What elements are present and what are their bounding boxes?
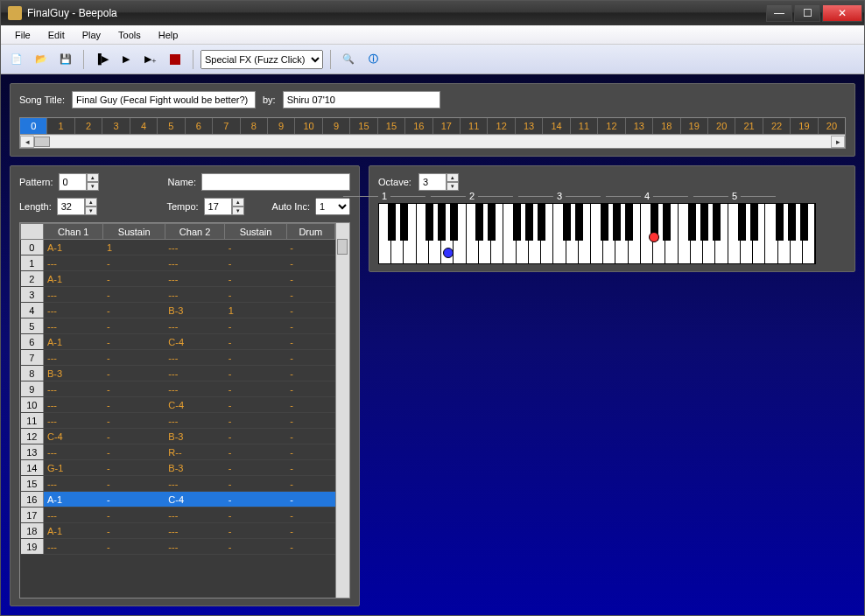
tracker-cell[interactable]: - (225, 492, 286, 508)
tracker-cell[interactable]: - (286, 508, 334, 523)
song-author-input[interactable] (283, 91, 440, 108)
tracker-cell[interactable]: --- (165, 240, 224, 256)
sequence-cell[interactable]: 19 (681, 118, 708, 134)
black-key[interactable] (625, 204, 633, 241)
tracker-cell[interactable]: C-4 (165, 334, 224, 350)
scroll-left-arrow[interactable]: ◂ (20, 136, 34, 148)
tracker-cell[interactable]: --- (165, 350, 224, 366)
black-key[interactable] (713, 204, 721, 241)
tracker-row[interactable]: 7--------- (21, 350, 335, 366)
black-key[interactable] (800, 204, 808, 241)
tracker-cell[interactable]: - (103, 539, 165, 555)
spin-down[interactable]: ▾ (447, 182, 459, 191)
sequence-cell[interactable]: 3 (102, 118, 130, 134)
sequence-cell[interactable]: 16 (405, 118, 432, 134)
tracker-cell[interactable]: - (225, 271, 286, 287)
sequence-cell[interactable]: 22 (763, 118, 791, 134)
tracker-row[interactable]: 11--------- (21, 413, 335, 429)
sequence-cell[interactable]: 20 (819, 118, 845, 134)
tracker-row[interactable]: 17--------- (21, 508, 335, 523)
tracker-cell[interactable]: - (103, 334, 165, 350)
autoinc-select[interactable]: 1 (315, 198, 350, 215)
tracker-cell[interactable]: --- (165, 382, 224, 397)
tracker-cell[interactable]: - (225, 444, 286, 460)
find-button[interactable]: 🔍 (338, 49, 359, 70)
tracker-cell[interactable]: - (103, 460, 165, 476)
black-key[interactable] (663, 204, 671, 241)
new-button[interactable] (6, 49, 27, 70)
menu-file[interactable]: File (6, 27, 39, 43)
black-key[interactable] (475, 204, 483, 241)
tracker-row[interactable]: 14G-1-B-3-- (21, 460, 335, 476)
tracker-cell[interactable]: --- (44, 350, 103, 366)
sequence-cell[interactable]: 5 (158, 118, 185, 134)
tracker-cell[interactable]: G-1 (44, 460, 103, 476)
tracker-cell[interactable]: - (225, 413, 286, 429)
tracker-cell[interactable]: - (225, 508, 286, 523)
tracker-cell[interactable]: - (103, 492, 165, 508)
menu-tools[interactable]: Tools (109, 27, 150, 43)
tracker-cell[interactable]: - (225, 334, 286, 350)
scroll-thumb[interactable] (337, 239, 348, 255)
tracker-row[interactable]: 12C-4-B-3-- (21, 429, 335, 444)
black-key[interactable] (788, 204, 796, 241)
black-key[interactable] (425, 204, 433, 241)
tracker-cell[interactable]: --- (44, 413, 103, 429)
play-button[interactable]: ▶ (116, 49, 137, 70)
black-key[interactable] (450, 204, 458, 241)
tracker-cell[interactable]: - (103, 256, 165, 271)
sequence-cell[interactable]: 11 (571, 118, 598, 134)
tracker-cell[interactable]: - (103, 382, 165, 397)
black-key[interactable] (601, 204, 608, 241)
tracker-cell[interactable]: --- (44, 397, 103, 413)
tracker-cell[interactable]: - (286, 460, 334, 476)
tracker-cell[interactable]: - (286, 523, 334, 539)
info-button[interactable]: ⓘ (362, 49, 383, 70)
black-key[interactable] (700, 204, 708, 241)
scroll-thumb[interactable] (34, 136, 50, 147)
tracker-cell[interactable]: --- (44, 444, 103, 460)
scroll-track[interactable] (34, 136, 831, 148)
tracker-row[interactable]: 6A-1-C-4-- (21, 334, 335, 350)
black-key[interactable] (388, 204, 396, 241)
tracker-cell[interactable]: - (225, 240, 286, 256)
tracker-cell[interactable]: - (103, 476, 165, 492)
stop-button[interactable] (165, 49, 186, 70)
tracker-cell[interactable]: - (286, 382, 334, 397)
tracker-cell[interactable]: --- (44, 539, 103, 555)
black-key[interactable] (738, 204, 746, 241)
tracker-cell[interactable]: B-3 (165, 429, 224, 444)
black-key[interactable] (563, 204, 571, 241)
spin-up[interactable]: ▴ (85, 198, 97, 206)
tracker-cell[interactable]: - (103, 444, 165, 460)
tracker-cell[interactable]: - (225, 539, 286, 555)
menu-edit[interactable]: Edit (39, 27, 74, 43)
black-key[interactable] (575, 204, 583, 241)
tracker-cell[interactable]: - (103, 429, 165, 444)
tracker-cell[interactable]: C-4 (44, 429, 103, 444)
black-key[interactable] (538, 204, 545, 241)
tempo-spinner[interactable]: ▴▾ (204, 198, 244, 215)
tracker-cell[interactable]: B-3 (44, 366, 103, 382)
black-key[interactable] (438, 204, 446, 241)
menu-help[interactable]: Help (150, 27, 187, 43)
tracker-cell[interactable]: - (286, 413, 334, 429)
black-key[interactable] (488, 204, 496, 241)
sequence-cell[interactable]: 15 (350, 118, 377, 134)
tracker-scrollbar[interactable] (335, 223, 349, 598)
tracker-row[interactable]: 2A-1------ (21, 271, 335, 287)
tracker-cell[interactable]: --- (165, 271, 224, 287)
pattern-name-input[interactable] (201, 173, 350, 191)
black-key[interactable] (400, 204, 408, 241)
sequence-cell[interactable]: 12 (598, 118, 625, 134)
tracker-cell[interactable]: - (103, 350, 165, 366)
sequence-cell[interactable]: 14 (543, 118, 570, 134)
tracker-cell[interactable]: --- (44, 508, 103, 523)
tracker-cell[interactable]: - (225, 460, 286, 476)
tracker-row[interactable]: 18A-1------ (21, 523, 335, 539)
tracker-cell[interactable]: - (286, 334, 334, 350)
octave-spinner[interactable]: ▴▾ (418, 173, 459, 191)
tracker-row[interactable]: 1--------- (21, 256, 335, 271)
tracker-cell[interactable]: --- (165, 476, 224, 492)
tracker-row[interactable]: 16A-1-C-4-- (21, 492, 335, 508)
